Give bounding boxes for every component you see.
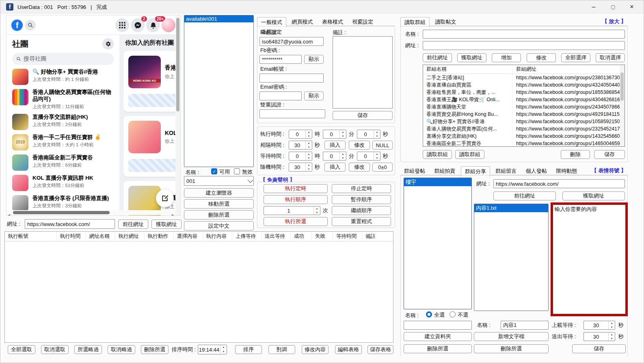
tab-stories[interactable]: 限時動態 [552,166,581,176]
skip-selected-button[interactable]: 所選略過 [74,345,102,354]
read-groups-button-2[interactable]: 讀取群組 [455,150,484,159]
tab-personal-post[interactable]: 個人發帖 [522,166,551,176]
random-spinner[interactable]: 30 [289,163,312,172]
content-file-listbox[interactable]: 內容1.txt [474,204,549,311]
execution-table[interactable]: 執行帳號 執行時間 網址名稱 執行網址 執行動作 選擇內容 執行內容 上傳等待 … [4,231,393,343]
delete-folder-button[interactable]: 刪除所選 [404,344,472,353]
group-row[interactable]: 香港直播購物天堂https://www.facebook.com/groups/… [423,103,625,111]
scrollbar-thumb[interactable] [176,18,179,111]
edit-table-button[interactable]: 編輯表格 [335,345,362,354]
content-file-selected[interactable]: 內容1.txt [474,204,548,212]
group-table[interactable]: 群組名稱 群組網址 二手之王[香港站]https://www.facebook.… [423,65,625,147]
profile-item-selected[interactable]: available\001 [184,15,253,22]
maximize-button[interactable] [604,0,622,13]
email-password-input[interactable] [259,91,302,100]
get-url-button[interactable]: 獲取網址 [457,53,486,62]
show-fb-password-button[interactable]: 顯示 [304,55,324,64]
group-row[interactable]: 🔍好物分享+ 買賣谷//香港https://www.facebook.com/g… [423,118,625,125]
deselect-all-button[interactable]: 取消選擇 [596,53,625,62]
sort-time-spinner[interactable]: 19:14:44 [198,345,227,354]
run-count-spinner[interactable]: 1 [264,206,320,215]
modify-button[interactable]: 修改 [349,141,370,150]
folder-name-input[interactable] [404,321,472,330]
unskip-button[interactable]: 取消略過 [108,345,135,354]
deselect-rows-button[interactable]: 取消選取 [41,345,69,354]
edit-content-button[interactable]: 修改內容 [302,345,328,354]
poster-url-input[interactable]: https://www.facebook.com/ [493,179,625,188]
poster-get-url-button[interactable]: 獲取網址 [562,191,625,200]
fb-get-url-button[interactable]: 獲取網址 [151,220,182,229]
group-row[interactable]: 直播分享交流群組(HK)https://www.facebook.com/gro… [423,133,625,140]
vertical-scrollbar[interactable] [620,65,625,146]
scrollbar-thumb[interactable] [13,211,110,214]
delete-button[interactable]: 刪除 [561,150,590,159]
run-selected-button[interactable]: 執行所選 [264,217,328,226]
show-email-password-button[interactable]: 顯示 [304,91,324,100]
facebook-logo-icon[interactable] [11,20,23,31]
set-chinese-button[interactable]: 設定中文 [184,221,254,230]
resume-sequence-button[interactable]: 繼續順序 [332,206,391,215]
save-content-button[interactable]: 儲存 [572,344,626,353]
select-all-radio[interactable] [426,311,432,317]
scroll-right-icon[interactable] [172,211,174,216]
fb-account-input[interactable]: iso64827@yuoia.com [259,37,324,46]
file-name-input[interactable]: 內容1 [501,321,549,330]
fb-group-item[interactable]: 直播分享交流群組(HK) 上次發文時間：2分鐘前 [6,112,119,132]
compose-button[interactable] [156,189,174,207]
profile-listbox[interactable]: available\001 [184,15,254,167]
group-row[interactable]: 香港直播自由買賣區https://www.facebook.com/groups… [423,81,625,89]
group-row[interactable]: 二手之王[香港站]https://www.facebook.com/groups… [423,74,625,81]
group-row[interactable]: 香港直播王🎥 KOL帶貨🛒 Onli...https://www.faceboo… [423,96,625,103]
exec-min-spinner[interactable]: 0 [323,130,346,139]
save-table-button[interactable]: 儲存表格 [367,345,393,354]
reset-program-button[interactable]: 重置程式 [332,217,391,226]
insert-button[interactable]: 插入 [324,141,346,150]
close-button[interactable] [622,0,641,13]
folder-item-selected[interactable]: 樓宇 [404,178,471,186]
invalid-checkbox[interactable] [234,168,240,174]
email-account-input[interactable] [259,74,324,83]
search-icon[interactable] [25,20,36,30]
insert-button[interactable]: 插入 [324,163,346,172]
run-sequence-button[interactable]: 執行順序 [264,195,328,204]
exec-hour-spinner[interactable]: 0 [289,130,312,139]
apps-grid-icon[interactable] [115,18,129,32]
horizontal-scrollbar[interactable] [6,210,175,215]
joined-group-card[interactable]: KOL 你上 [123,116,176,177]
wait-sec-spinner[interactable]: 0 [357,152,380,161]
twofa-input[interactable] [259,109,325,118]
save-button[interactable]: 儲存 [594,150,625,159]
sort-button[interactable]: 排序 [235,345,262,354]
fb-password-input[interactable]: ********** [259,55,302,64]
select-all-radio-label[interactable]: 全選 [434,311,445,319]
joined-group-card[interactable]: HONG KONG KO 香港 你上 [123,51,176,112]
content-textarea[interactable]: 輸入你需要的內容 [553,204,626,314]
fb-goto-url-button[interactable]: 前往網址 [118,220,148,229]
gear-icon[interactable] [102,38,114,50]
swap-button[interactable]: 對調 [268,345,295,354]
minimize-button[interactable] [584,0,603,13]
tab-group-comment[interactable]: 群組留言 [492,166,520,176]
fb-group-item[interactable]: 🔍 好物分享+ 買賣谷//香港 上次發文時間：約 1 分鐘前 [6,67,119,87]
folder-listbox[interactable]: 樓宇 [404,178,472,309]
tab-group-auction[interactable]: 群組拍賣 [430,166,459,176]
select-all-rows-button[interactable]: 全部選取 [8,345,35,354]
available-checkbox[interactable] [211,168,217,174]
delete-rows-button[interactable]: 刪除所選 [141,345,169,354]
select-all-button[interactable]: 全部選擇 [561,53,590,62]
group-row[interactable]: 香港南區全新二手買賣谷https://www.facebook.com/grou… [423,140,625,147]
scrollbar-thumb[interactable] [620,72,624,101]
tab-group-post[interactable]: 群組發帖 [400,166,429,176]
add-button[interactable]: 增加 [492,53,521,62]
group-row[interactable]: 香港人購物交易買賣專區(任何...https://www.facebook.co… [423,125,625,133]
emoji-link[interactable]: 【 表情符號 】 [592,167,626,174]
modify-button[interactable]: 修改 [349,163,370,172]
create-browser-button[interactable]: 建立瀏覽器 [184,188,254,198]
tab-read-posts[interactable]: 讀取帖文 [431,17,460,27]
note-textarea[interactable] [333,36,393,109]
fb-group-item[interactable]: KOL 直播分享資訊群 HK 上次發文時間：51分鐘前 [6,173,119,193]
tab-table-mode[interactable]: 表格模式 [318,17,347,27]
invalid-checkbox-label[interactable]: 無效 [242,168,253,176]
new-text-file-button[interactable]: 新增文字檔 [474,332,549,341]
delete-selected-button[interactable]: 刪除所選 [184,210,254,220]
